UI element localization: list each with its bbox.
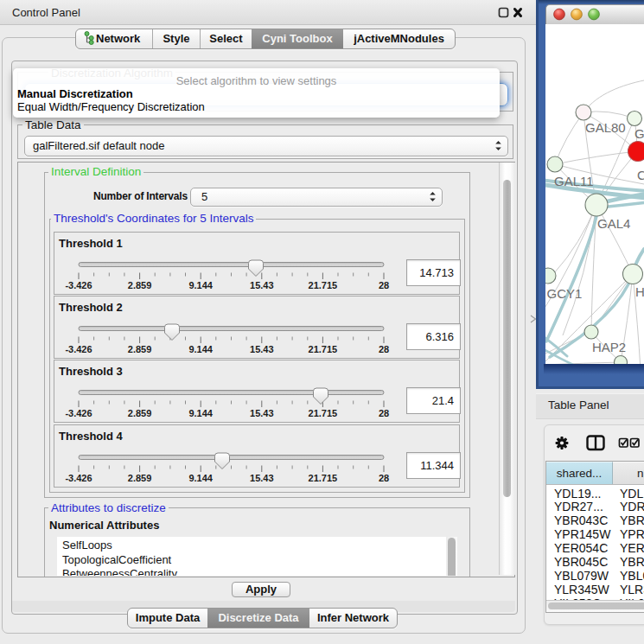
svg-text:28: 28	[379, 344, 389, 354]
svg-text:28: 28	[379, 280, 389, 290]
svg-text:2.859: 2.859	[128, 473, 152, 483]
svg-text:2.859: 2.859	[128, 408, 152, 418]
svg-text:GAL11: GAL11	[554, 174, 594, 188]
svg-text:C: C	[637, 168, 644, 182]
svg-text:15.43: 15.43	[250, 408, 274, 418]
svg-text:21.715: 21.715	[309, 473, 338, 483]
svg-text:2.859: 2.859	[128, 280, 152, 290]
svg-text:HAP2: HAP2	[592, 340, 626, 354]
svg-text:GCY1: GCY1	[547, 286, 583, 301]
svg-text:GAL4: GAL4	[597, 216, 630, 231]
svg-text:9.144: 9.144	[188, 408, 213, 418]
svg-text:-3.426: -3.426	[65, 280, 92, 290]
svg-text:-3.426: -3.426	[65, 473, 92, 483]
svg-text:21.715: 21.715	[309, 280, 338, 290]
svg-text:9.144: 9.144	[188, 344, 213, 354]
svg-text:H: H	[635, 284, 644, 299]
svg-text:21.715: 21.715	[309, 344, 338, 354]
svg-text:-3.426: -3.426	[65, 344, 92, 354]
svg-text:9.144: 9.144	[188, 280, 213, 290]
svg-text:21.715: 21.715	[309, 408, 338, 418]
svg-text:GAL80: GAL80	[585, 120, 626, 135]
svg-text:9.144: 9.144	[188, 473, 213, 483]
svg-text:15.43: 15.43	[250, 344, 274, 354]
svg-text:28: 28	[379, 473, 389, 483]
svg-text:15.43: 15.43	[250, 473, 274, 483]
svg-text:15.43: 15.43	[250, 280, 274, 290]
svg-text:GA: GA	[634, 126, 644, 141]
svg-text:28: 28	[379, 408, 389, 418]
svg-text:2.859: 2.859	[128, 344, 152, 354]
svg-text:-3.426: -3.426	[65, 408, 92, 418]
